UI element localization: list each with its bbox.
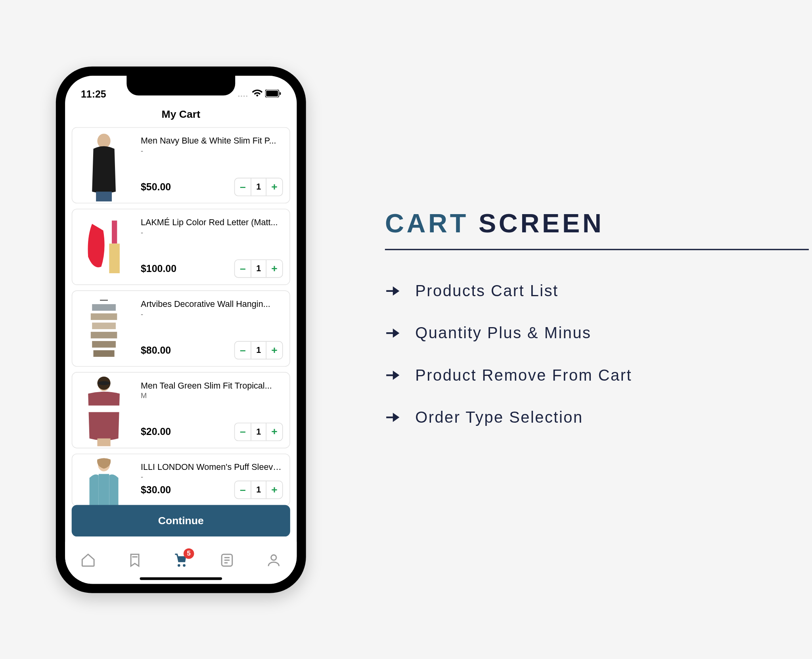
product-price: $20.00 [141, 426, 171, 437]
panel-heading: CART SCREEN [385, 209, 809, 250]
svg-point-3 [246, 96, 247, 97]
product-name: Men Teal Green Slim Fit Tropical... [141, 380, 283, 390]
arrow-right-icon [385, 325, 401, 341]
product-price: $100.00 [141, 263, 176, 274]
quantity-stepper: – 1 + [234, 259, 283, 277]
svg-rect-6 [280, 92, 281, 95]
qty-minus-button[interactable]: – [235, 262, 251, 274]
continue-button[interactable]: Continue [72, 505, 290, 536]
feature-text: Quantity Plus & Minus [415, 324, 591, 342]
product-variant: - [141, 147, 283, 155]
qty-plus-button[interactable]: + [266, 181, 282, 193]
product-price: $30.00 [141, 484, 171, 495]
feature-text: Order Type Selection [415, 408, 583, 426]
quantity-stepper: – 1 + [234, 480, 283, 498]
svg-rect-9 [96, 191, 112, 201]
nav-bookmicoupon-icon[interactable] [126, 552, 142, 568]
svg-point-2 [243, 96, 245, 97]
nav-home-icon[interactable] [80, 552, 96, 568]
qty-plus-button[interactable]: + [266, 425, 282, 437]
product-price: $80.00 [141, 344, 171, 355]
product-price: $50.00 [141, 181, 171, 192]
feature-text: Product Remove From Cart [415, 366, 632, 384]
qty-minus-button[interactable]: – [235, 181, 251, 193]
svg-rect-19 [92, 341, 116, 347]
quantity-stepper: – 1 + [234, 422, 283, 441]
feature-item: Order Type Selection [385, 408, 809, 426]
qty-value: 1 [251, 423, 266, 440]
feature-item: Product Remove From Cart [385, 366, 809, 384]
product-image [74, 211, 134, 283]
phone-notch [126, 75, 235, 95]
phone-frame: 11:25 My Cart [56, 66, 306, 593]
svg-point-31 [178, 564, 180, 567]
nav-profile-icon[interactable] [266, 552, 282, 568]
product-image [74, 292, 134, 364]
svg-rect-12 [109, 243, 120, 273]
qty-value: 1 [251, 178, 266, 195]
product-variant: - [141, 472, 283, 480]
qty-minus-button[interactable]: – [235, 425, 251, 437]
arrow-right-icon [385, 367, 401, 383]
svg-rect-5 [266, 90, 278, 96]
nav-orders-icon[interactable] [219, 552, 235, 568]
cart-item[interactable]: Men Navy Blue & White Slim Fit P... - $5… [72, 127, 290, 203]
heading-accent: CART [385, 209, 469, 238]
svg-rect-15 [92, 304, 116, 310]
svg-rect-16 [91, 313, 117, 320]
qty-value: 1 [251, 481, 266, 498]
svg-point-0 [238, 96, 239, 97]
qty-minus-button[interactable]: – [235, 483, 251, 495]
product-image [74, 129, 134, 201]
cart-item[interactable]: ILLI LONDON Women's Puff Sleeve... - $30… [72, 453, 290, 506]
cart-badge: 5 [184, 548, 194, 559]
arrow-right-icon [385, 410, 401, 425]
svg-rect-20 [94, 350, 115, 356]
quantity-stepper: – 1 + [234, 178, 283, 196]
svg-point-37 [271, 555, 276, 560]
svg-rect-26 [97, 438, 110, 446]
qty-minus-button[interactable]: – [235, 344, 251, 356]
wifi-icon [252, 88, 263, 100]
cart-item[interactable]: LAKMÉ Lip Color Red Letter (Matt... - $1… [72, 209, 290, 285]
svg-rect-25 [88, 405, 120, 412]
feature-item: Products Cart List [385, 282, 809, 300]
svg-point-24 [98, 381, 110, 385]
cart-item[interactable]: Men Teal Green Slim Fit Tropical... M $2… [72, 372, 290, 448]
svg-point-1 [241, 96, 242, 97]
quantity-stepper: – 1 + [234, 341, 283, 359]
svg-rect-17 [92, 322, 116, 329]
product-image [74, 455, 134, 505]
qty-plus-button[interactable]: + [266, 262, 282, 274]
svg-point-8 [97, 133, 110, 148]
product-name: LAKMÉ Lip Color Red Letter (Matt... [141, 217, 283, 227]
qty-plus-button[interactable]: + [266, 344, 282, 356]
product-name: Men Navy Blue & White Slim Fit P... [141, 135, 283, 145]
product-name: ILLI LONDON Women's Puff Sleeve... [141, 462, 283, 471]
heading-rest: SCREEN [469, 209, 604, 238]
page-title: My Cart [65, 104, 297, 126]
qty-plus-button[interactable]: + [266, 483, 282, 495]
nav-cart-icon[interactable]: 5 [173, 552, 189, 568]
product-name: Artvibes Decorative Wall Hangin... [141, 299, 283, 308]
home-indicator[interactable] [140, 577, 222, 580]
side-panel: CART SCREEN Products Cart List Quantity … [385, 209, 809, 450]
status-time: 11:25 [81, 88, 106, 100]
svg-rect-18 [91, 331, 117, 338]
product-image [74, 374, 134, 446]
qty-value: 1 [251, 260, 266, 277]
svg-point-32 [183, 564, 186, 567]
feature-item: Quantity Plus & Minus [385, 324, 809, 342]
svg-rect-11 [112, 220, 117, 243]
feature-text: Products Cart List [415, 282, 558, 300]
battery-icon [265, 88, 281, 100]
product-variant: - [141, 310, 283, 318]
signal-dots-icon [237, 88, 249, 100]
qty-value: 1 [251, 341, 266, 358]
cart-item[interactable]: Artvibes Decorative Wall Hangin... - $80… [72, 290, 290, 366]
product-variant: M [141, 391, 283, 399]
product-variant: - [141, 228, 283, 236]
svg-rect-29 [99, 474, 109, 506]
arrow-right-icon [385, 283, 401, 299]
